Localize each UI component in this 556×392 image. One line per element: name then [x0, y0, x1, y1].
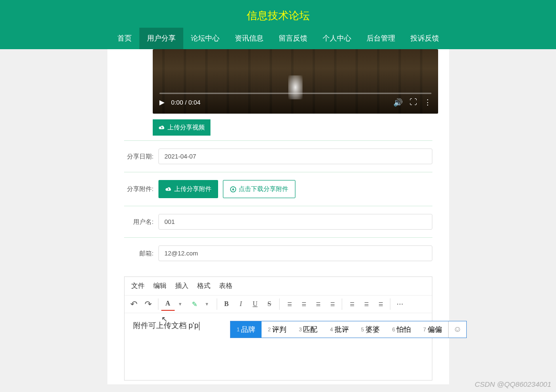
ime-candidate-6[interactable]: 6怕怕: [386, 321, 417, 338]
menu-file[interactable]: 文件: [131, 282, 145, 290]
nav-personal[interactable]: 个人中心: [315, 28, 359, 49]
align-center-icon[interactable]: ☰: [297, 297, 310, 311]
main-nav: 首页 用户分享 论坛中心 资讯信息 留言反馈 个人中心 后台管理 投诉反馈: [0, 28, 556, 49]
ime-candidate-3[interactable]: 3匹配: [293, 321, 324, 338]
volume-icon[interactable]: 🔊: [393, 98, 403, 107]
list-bullet-icon[interactable]: ☰: [345, 297, 358, 311]
more-tools-icon[interactable]: ⋯: [393, 297, 407, 311]
video-player[interactable]: ▶ 0:00 / 0:04 🔊 ⛶ ⋮: [153, 49, 438, 114]
video-time: 0:00 / 0:04: [171, 99, 200, 106]
strikethrough-icon[interactable]: S: [263, 297, 276, 311]
username-label: 用户名:: [124, 218, 154, 226]
nav-complaint[interactable]: 投诉反馈: [403, 28, 447, 49]
username-input[interactable]: [158, 214, 432, 230]
bold-icon[interactable]: B: [220, 297, 233, 311]
chevron-down-icon[interactable]: ▼: [200, 297, 214, 311]
highlight-icon[interactable]: [188, 297, 201, 311]
italic-icon[interactable]: I: [234, 297, 248, 311]
nav-home[interactable]: 首页: [110, 28, 139, 49]
text-color-icon[interactable]: A: [161, 297, 175, 311]
menu-table[interactable]: 表格: [219, 282, 232, 290]
nav-user-share[interactable]: 用户分享: [139, 28, 183, 49]
undo-icon[interactable]: [127, 297, 141, 311]
ime-candidate-panel: 1品牌 2评判 3匹配 4批评 5婆婆 6怕怕 7偏偏 ☺: [230, 321, 467, 338]
nav-news[interactable]: 资讯信息: [227, 28, 271, 49]
date-input[interactable]: [158, 148, 432, 164]
site-title: 信息技术论坛: [247, 10, 310, 21]
ime-candidate-2[interactable]: 2评判: [262, 321, 293, 338]
upload-attach-button[interactable]: 上传分享附件: [158, 180, 218, 198]
watermark: CSDN @QQ860234001: [475, 380, 551, 388]
cloud-upload-icon: [158, 125, 165, 130]
menu-format[interactable]: 格式: [197, 282, 210, 290]
chevron-down-icon[interactable]: ▼: [174, 297, 187, 311]
email-label: 邮箱:: [124, 249, 154, 258]
fullscreen-icon[interactable]: ⛶: [409, 98, 417, 106]
upload-video-button[interactable]: 上传分享视频: [153, 119, 210, 136]
outdent-icon[interactable]: ☰: [359, 297, 373, 311]
menu-insert[interactable]: 插入: [175, 282, 189, 290]
menu-edit[interactable]: 编辑: [153, 282, 167, 290]
ime-candidate-4[interactable]: 4批评: [324, 321, 355, 338]
more-icon[interactable]: ⋮: [424, 98, 431, 107]
ime-candidate-5[interactable]: 5婆婆: [355, 321, 386, 338]
nav-admin[interactable]: 后台管理: [359, 28, 403, 49]
align-left-icon[interactable]: ☰: [283, 297, 296, 311]
nav-forum[interactable]: 论坛中心: [183, 28, 227, 49]
download-icon: [230, 186, 236, 192]
cloud-upload-icon: [165, 186, 172, 192]
align-justify-icon[interactable]: ☰: [325, 297, 339, 311]
download-attach-button[interactable]: 点击下载分享附件: [223, 180, 295, 198]
date-label: 分享日期:: [124, 152, 154, 161]
indent-icon[interactable]: ☰: [374, 297, 387, 311]
attach-label: 分享附件:: [124, 185, 154, 193]
ime-candidate-1[interactable]: 1品牌: [231, 321, 262, 338]
underline-icon[interactable]: U: [249, 297, 262, 311]
email-input[interactable]: [158, 245, 432, 261]
ime-candidate-7[interactable]: 7偏偏: [417, 321, 448, 338]
ime-emoji-icon[interactable]: ☺: [448, 321, 466, 338]
redo-icon[interactable]: [142, 297, 155, 311]
nav-feedback[interactable]: 留言反馈: [271, 28, 315, 49]
align-right-icon[interactable]: ☰: [311, 297, 325, 311]
play-icon[interactable]: ▶: [159, 98, 165, 106]
